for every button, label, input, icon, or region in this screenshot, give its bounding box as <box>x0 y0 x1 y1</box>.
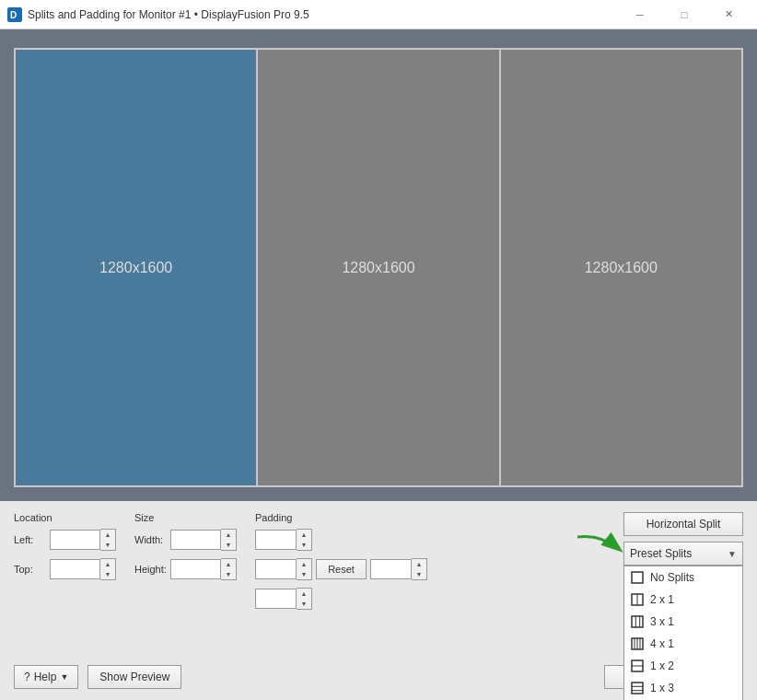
padding-right-spinner: 0 ▲ ▼ <box>370 558 427 580</box>
padding-top-row: 0 ▲ ▼ <box>255 529 427 551</box>
left-up-btn[interactable]: ▲ <box>100 530 115 540</box>
padding-label: Padding <box>255 512 427 523</box>
top-field-row: Top: 0 ▲ ▼ <box>14 558 116 580</box>
height-down-btn[interactable]: ▼ <box>221 569 236 579</box>
svg-rect-15 <box>632 682 643 694</box>
dropdown-item-4x1[interactable]: 4 x 1 <box>624 633 742 655</box>
top-spinner-btns: ▲ ▼ <box>100 558 116 580</box>
height-field-row: Height: 1600 ▲ ▼ <box>134 558 237 580</box>
height-input[interactable]: 1600 <box>170 559 221 579</box>
preset-splits-dropdown: No Splits 2 x 1 3 x 1 <box>623 566 743 700</box>
size-label: Size <box>134 512 237 523</box>
padding-left-down[interactable]: ▼ <box>297 569 311 579</box>
left-spinner: 0 ▲ ▼ <box>50 529 116 551</box>
green-arrow-svg <box>573 532 623 560</box>
top-up-btn[interactable]: ▲ <box>100 559 115 569</box>
location-group: Location Left: 0 ▲ ▼ Top: 0 <box>14 512 116 584</box>
controls-area: Location Left: 0 ▲ ▼ Top: 0 <box>0 501 757 700</box>
padding-controls: 0 ▲ ▼ 0 ▲ ▼ <box>255 529 427 613</box>
no-splits-icon <box>630 570 645 585</box>
no-splits-label: No Splits <box>650 571 694 584</box>
preset-splits-label: Preset Splits <box>630 547 692 560</box>
padding-top-up[interactable]: ▲ <box>297 530 311 540</box>
padding-mid-row: 0 ▲ ▼ Reset 0 ▲ ▼ <box>255 558 427 580</box>
2x1-icon <box>630 592 645 607</box>
window-controls: ─ □ ✕ <box>619 0 750 29</box>
help-group: ? Help ▼ <box>14 665 78 689</box>
3x1-label: 3 x 1 <box>650 615 674 628</box>
1x3-icon <box>630 681 645 695</box>
left-down-btn[interactable]: ▼ <box>100 540 115 550</box>
height-spinner-btns: ▲ ▼ <box>221 558 237 580</box>
close-button[interactable]: ✕ <box>707 0 750 29</box>
minimize-button[interactable]: ─ <box>619 0 661 29</box>
height-label: Height: <box>134 564 167 575</box>
titlebar: D Splits and Padding for Monitor #1 • Di… <box>0 0 757 29</box>
svg-rect-6 <box>632 616 643 627</box>
padding-left-input[interactable]: 0 <box>255 559 297 579</box>
dropdown-item-1x2[interactable]: 1 x 2 <box>624 655 742 677</box>
left-label: Left: <box>14 534 46 545</box>
dropdown-item-1x3[interactable]: 1 x 3 <box>624 677 742 699</box>
help-label: Help <box>34 671 57 683</box>
monitor-label-2: 1280x1600 <box>342 260 414 276</box>
preset-splits-button[interactable]: Preset Splits ▼ <box>623 542 743 566</box>
left-field-row: Left: 0 ▲ ▼ <box>14 529 116 551</box>
preset-splits-wrapper: Preset Splits ▼ No Splits <box>623 542 743 566</box>
padding-bottom-up[interactable]: ▲ <box>297 589 311 599</box>
top-down-btn[interactable]: ▼ <box>100 569 115 579</box>
monitor-panel-1[interactable]: 1280x1600 <box>16 50 258 485</box>
padding-left-up[interactable]: ▲ <box>297 559 311 569</box>
3x1-icon <box>630 614 645 629</box>
monitor-panel-3[interactable]: 1280x1600 <box>501 50 741 485</box>
svg-rect-3 <box>632 572 643 583</box>
help-button[interactable]: ? Help ▼ <box>14 665 78 689</box>
padding-right-btns: ▲ ▼ <box>412 558 427 580</box>
padding-bottom-spinner: 0 ▲ ▼ <box>255 588 312 610</box>
height-up-btn[interactable]: ▲ <box>221 559 236 569</box>
controls-main-row: Location Left: 0 ▲ ▼ Top: 0 <box>14 512 743 654</box>
top-input[interactable]: 0 <box>50 559 100 579</box>
svg-text:D: D <box>10 10 17 20</box>
app-icon: D <box>7 7 22 22</box>
dropdown-item-3x1[interactable]: 3 x 1 <box>624 611 742 633</box>
padding-bottom-input[interactable]: 0 <box>255 589 297 609</box>
reset-button[interactable]: Reset <box>316 559 367 579</box>
padding-top-input[interactable]: 0 <box>255 530 297 550</box>
dropdown-item-2x1[interactable]: 2 x 1 <box>624 589 742 611</box>
height-spinner: 1600 ▲ ▼ <box>170 558 237 580</box>
padding-left-spinner: 0 ▲ ▼ <box>255 558 312 580</box>
preview-area: 1280x1600 1280x1600 1280x1600 <box>0 29 757 501</box>
padding-bottom-btns: ▲ ▼ <box>297 588 312 610</box>
green-arrow-container <box>573 532 623 563</box>
main-window: 1280x1600 1280x1600 1280x1600 Location L… <box>0 29 757 700</box>
left-input[interactable]: 0 <box>50 530 100 550</box>
padding-right-input[interactable]: 0 <box>370 559 412 579</box>
location-label: Location <box>14 512 116 523</box>
help-icon: ? <box>24 671 30 683</box>
show-preview-button[interactable]: Show Preview <box>87 665 181 689</box>
padding-right-up[interactable]: ▲ <box>412 559 426 569</box>
padding-top-spinner: 0 ▲ ▼ <box>255 529 312 551</box>
monitor-panel-2[interactable]: 1280x1600 <box>258 50 500 485</box>
width-up-btn[interactable]: ▲ <box>221 530 236 540</box>
monitor-container: 1280x1600 1280x1600 1280x1600 <box>14 48 743 487</box>
monitor-label-3: 1280x1600 <box>585 260 658 276</box>
padding-top-btns: ▲ ▼ <box>297 529 312 551</box>
preset-splits-arrow: ▼ <box>728 549 737 559</box>
padding-bottom-down[interactable]: ▼ <box>297 599 311 609</box>
padding-top-down[interactable]: ▼ <box>297 540 311 550</box>
help-dropdown-arrow: ▼ <box>60 672 68 682</box>
window-title: Splits and Padding for Monitor #1 • Disp… <box>28 8 619 21</box>
maximize-button[interactable]: □ <box>663 0 705 29</box>
1x3-label: 1 x 3 <box>650 682 674 694</box>
dropdown-item-no-splits[interactable]: No Splits <box>624 566 742 589</box>
padding-bottom-row: 0 ▲ ▼ <box>255 588 427 610</box>
width-input[interactable]: 1280 <box>170 530 221 550</box>
padding-right-down[interactable]: ▼ <box>412 569 426 579</box>
4x1-label: 4 x 1 <box>650 637 674 650</box>
horizontal-split-button[interactable]: Horizontal Split <box>623 512 743 536</box>
size-group: Size Width: 1280 ▲ ▼ Height: 1600 <box>134 512 237 584</box>
right-buttons-area: Horizontal Split Preset Splits ▼ <box>623 512 743 654</box>
width-down-btn[interactable]: ▼ <box>221 540 236 550</box>
